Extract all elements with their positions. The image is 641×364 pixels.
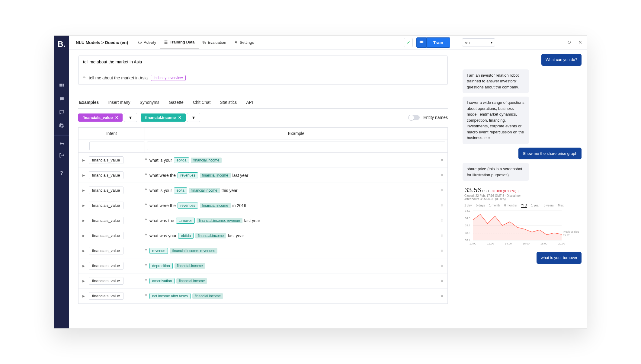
logout-icon[interactable]: [54, 148, 69, 162]
range-1m[interactable]: 1 month: [489, 204, 500, 208]
close-icon[interactable]: ✕: [578, 40, 582, 45]
entity-label[interactable]: financial.income: [200, 203, 231, 208]
parsed-intent-chip[interactable]: industry_overview: [151, 75, 186, 81]
range-1d[interactable]: 1 day: [464, 204, 472, 208]
delete-row-icon[interactable]: ×: [437, 263, 447, 269]
entity-token[interactable]: ebitda: [174, 157, 189, 163]
range-max[interactable]: Max: [558, 204, 564, 208]
chat-outline-icon[interactable]: [54, 106, 69, 119]
entity-label[interactable]: financial.income: [191, 158, 222, 163]
entity-dropdown[interactable]: ▾: [187, 113, 200, 122]
example-cell[interactable]: ❝deprecitionfinancial.income: [145, 260, 437, 271]
example-cell[interactable]: ❝what were the revenuesfinancial.income …: [145, 200, 437, 211]
entity-token[interactable]: ebitda: [178, 233, 194, 239]
example-cell[interactable]: ❝what was your ebitdafinancial.income la…: [145, 230, 437, 241]
language-select[interactable]: en ▾: [462, 38, 495, 46]
expand-row-icon[interactable]: ▸: [79, 278, 89, 284]
refresh-icon[interactable]: ⟳: [568, 40, 572, 45]
subtab-insert-many[interactable]: Insert many: [107, 97, 131, 108]
train-grid-icon[interactable]: [416, 37, 427, 48]
filter-intent-chip[interactable]: financials_value✕: [78, 113, 123, 122]
subtab-api[interactable]: API: [245, 97, 254, 108]
delete-row-icon[interactable]: ×: [437, 278, 447, 284]
utterance-input[interactable]: tell me about the market in Asia: [79, 56, 447, 70]
gear-icon[interactable]: [54, 119, 69, 132]
expand-row-icon[interactable]: ▸: [79, 218, 89, 223]
entity-names-toggle[interactable]: [409, 115, 420, 120]
key-icon[interactable]: [54, 135, 69, 148]
expand-row-icon[interactable]: ▸: [79, 157, 89, 163]
expand-row-icon[interactable]: ▸: [79, 233, 89, 238]
example-cell[interactable]: ❝what were the revenuesfinancial.income …: [145, 170, 437, 181]
intent-tag[interactable]: financials_value: [89, 202, 123, 209]
delete-row-icon[interactable]: ×: [437, 173, 447, 178]
example-cell[interactable]: ❝what was the turnoverfinancial.income: …: [145, 215, 437, 226]
example-filter-input[interactable]: [147, 142, 445, 150]
example-cell[interactable]: ❝what is your ebitdafinancial.income: [145, 155, 437, 166]
subtab-gazette[interactable]: Gazette: [168, 97, 184, 108]
range-ytd[interactable]: YTD: [521, 204, 527, 208]
entity-label[interactable]: financial.income: [175, 263, 205, 269]
intent-tag[interactable]: financials_value: [89, 171, 123, 179]
intent-tag[interactable]: financials_value: [89, 247, 123, 254]
entity-label[interactable]: financial.income: revenues: [170, 248, 217, 254]
entity-token[interactable]: revenues: [178, 172, 198, 178]
entity-token[interactable]: ebita: [174, 187, 187, 193]
filter-entity-chip[interactable]: financial.income✕: [141, 113, 186, 122]
entity-token[interactable]: net income after taxes: [149, 293, 191, 299]
expand-row-icon[interactable]: ▸: [79, 172, 89, 178]
expand-row-icon[interactable]: ▸: [79, 203, 89, 208]
help-icon[interactable]: ?: [54, 165, 69, 178]
remove-filter-icon[interactable]: ✕: [178, 115, 181, 120]
tab-activity[interactable]: Activity: [134, 36, 160, 49]
entity-label[interactable]: financial.income: [200, 173, 231, 178]
entity-label[interactable]: financial.income: [195, 233, 226, 238]
subtab-statistics[interactable]: Statistics: [219, 97, 238, 108]
intent-filter-input[interactable]: [89, 142, 144, 150]
delete-row-icon[interactable]: ×: [437, 203, 447, 208]
example-cell[interactable]: ❝what is your ebitafinancial.income this…: [145, 185, 437, 196]
tab-training-data[interactable]: Training Data: [160, 36, 198, 49]
range-5d[interactable]: 5 days: [476, 204, 485, 208]
intent-tag[interactable]: financials_value: [89, 156, 123, 164]
status-check[interactable]: [404, 38, 413, 47]
intent-tag[interactable]: financials_value: [89, 277, 123, 285]
delete-row-icon[interactable]: ×: [437, 233, 447, 238]
entity-label[interactable]: financial.income: [192, 293, 223, 299]
delete-row-icon[interactable]: ×: [437, 188, 447, 193]
entity-label[interactable]: financial.income: [176, 278, 207, 284]
entity-token[interactable]: revenues: [178, 203, 198, 209]
delete-row-icon[interactable]: ×: [437, 218, 447, 223]
delete-row-icon[interactable]: ×: [437, 248, 447, 254]
intent-dropdown[interactable]: ▾: [124, 113, 137, 122]
tab-settings[interactable]: Settings: [230, 36, 258, 49]
example-cell[interactable]: ❝revenuefinancial.income: revenues: [145, 245, 437, 256]
chat-solid-icon[interactable]: [54, 92, 69, 106]
intent-tag[interactable]: financials_value: [89, 292, 123, 300]
intent-tag[interactable]: financials_value: [89, 217, 123, 224]
delete-row-icon[interactable]: ×: [437, 293, 447, 299]
intent-tag[interactable]: financials_value: [89, 232, 123, 239]
range-5y[interactable]: 5 years: [544, 204, 554, 208]
intent-tag[interactable]: financials_value: [89, 187, 123, 194]
expand-row-icon[interactable]: ▸: [79, 248, 89, 254]
remove-filter-icon[interactable]: ✕: [115, 115, 118, 120]
entity-label[interactable]: financial.income: revenue: [197, 218, 242, 223]
subtab-chit-chat[interactable]: Chit Chat: [192, 97, 211, 108]
entity-token[interactable]: revenue: [149, 248, 168, 254]
tab-evaluation[interactable]: % Evaluation: [199, 36, 230, 49]
entity-token[interactable]: turnover: [176, 218, 195, 224]
train-button[interactable]: Train: [427, 37, 450, 48]
expand-row-icon[interactable]: ▸: [79, 263, 89, 269]
intent-tag[interactable]: financials_value: [89, 262, 123, 270]
subtab-examples[interactable]: Examples: [78, 97, 100, 108]
entity-token[interactable]: deprecition: [149, 263, 173, 269]
entity-label[interactable]: financial.income: [189, 188, 220, 193]
delete-row-icon[interactable]: ×: [437, 158, 447, 163]
expand-row-icon[interactable]: ▸: [79, 187, 89, 193]
example-cell[interactable]: ❝amortisationfinancial.income: [145, 276, 437, 286]
subtab-synonyms[interactable]: Synonyms: [139, 97, 160, 108]
grid-icon[interactable]: [54, 79, 69, 92]
range-1y[interactable]: 1 year: [531, 204, 540, 208]
example-cell[interactable]: ❝net income after taxesfinancial.income: [145, 291, 437, 302]
